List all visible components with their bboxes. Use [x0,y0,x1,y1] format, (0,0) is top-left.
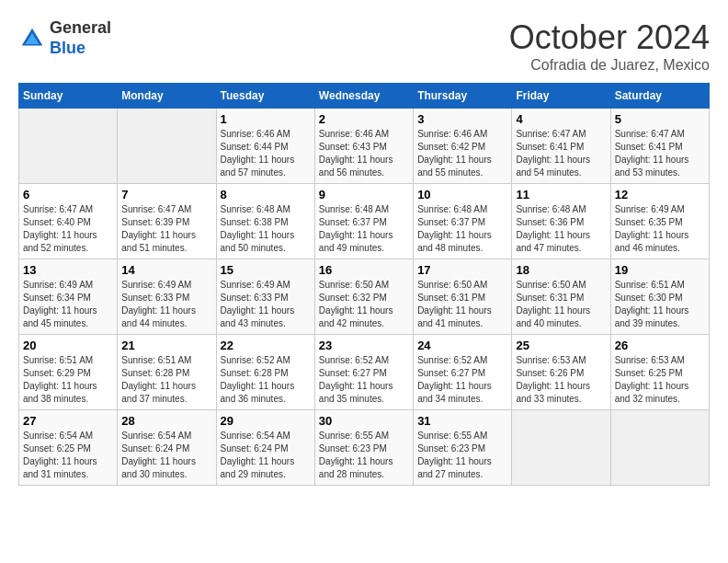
calendar-cell: 6Sunrise: 6:47 AM Sunset: 6:40 PM Daylig… [19,184,118,259]
logo-text: General Blue [50,18,111,58]
calendar-cell: 19Sunrise: 6:51 AM Sunset: 6:30 PM Dayli… [610,259,709,335]
calendar-cell: 30Sunrise: 6:55 AM Sunset: 6:23 PM Dayli… [314,410,413,486]
cell-daylight-info: Sunrise: 6:54 AM Sunset: 6:25 PM Dayligh… [23,430,113,481]
calendar-cell: 20Sunrise: 6:51 AM Sunset: 6:29 PM Dayli… [19,335,118,410]
calendar-week-1: 1Sunrise: 6:46 AM Sunset: 6:44 PM Daylig… [19,109,710,184]
weekday-header-saturday: Saturday [610,84,709,109]
day-number: 19 [615,263,705,277]
day-number: 11 [516,188,606,201]
logo: General Blue [18,18,111,58]
calendar-week-3: 13Sunrise: 6:49 AM Sunset: 6:34 PM Dayli… [19,259,710,335]
calendar-cell: 16Sunrise: 6:50 AM Sunset: 6:32 PM Dayli… [314,259,413,335]
calendar-cell: 8Sunrise: 6:48 AM Sunset: 6:38 PM Daylig… [216,184,314,259]
calendar-cell: 31Sunrise: 6:55 AM Sunset: 6:23 PM Dayli… [414,410,512,486]
cell-daylight-info: Sunrise: 6:52 AM Sunset: 6:27 PM Dayligh… [319,354,409,406]
weekday-header-friday: Friday [512,84,610,109]
day-number: 10 [417,188,507,201]
calendar-cell [610,410,709,486]
calendar-week-4: 20Sunrise: 6:51 AM Sunset: 6:29 PM Dayli… [19,335,710,410]
day-number: 5 [615,112,705,126]
weekday-header-wednesday: Wednesday [314,84,413,109]
calendar-cell: 7Sunrise: 6:47 AM Sunset: 6:39 PM Daylig… [118,184,216,259]
month-year: October 2024 [509,18,710,57]
day-number: 7 [121,188,211,201]
day-number: 2 [319,112,409,126]
day-number: 30 [319,414,409,428]
calendar-cell [512,410,610,486]
calendar-cell [118,109,216,184]
day-number: 16 [319,263,409,277]
calendar-cell: 9Sunrise: 6:48 AM Sunset: 6:37 PM Daylig… [314,184,413,259]
cell-daylight-info: Sunrise: 6:46 AM Sunset: 6:43 PM Dayligh… [319,128,409,179]
calendar-cell: 3Sunrise: 6:46 AM Sunset: 6:42 PM Daylig… [414,109,512,184]
calendar-cell: 27Sunrise: 6:54 AM Sunset: 6:25 PM Dayli… [19,410,118,486]
cell-daylight-info: Sunrise: 6:53 AM Sunset: 6:26 PM Dayligh… [516,354,606,406]
cell-daylight-info: Sunrise: 6:47 AM Sunset: 6:41 PM Dayligh… [615,128,705,179]
cell-daylight-info: Sunrise: 6:51 AM Sunset: 6:28 PM Dayligh… [121,354,211,406]
weekday-header-sunday: Sunday [19,84,118,109]
calendar-cell: 29Sunrise: 6:54 AM Sunset: 6:24 PM Dayli… [216,410,314,486]
calendar-cell: 24Sunrise: 6:52 AM Sunset: 6:27 PM Dayli… [414,335,512,410]
calendar-cell: 23Sunrise: 6:52 AM Sunset: 6:27 PM Dayli… [314,335,413,410]
calendar-cell: 11Sunrise: 6:48 AM Sunset: 6:36 PM Dayli… [512,184,610,259]
cell-daylight-info: Sunrise: 6:47 AM Sunset: 6:40 PM Dayligh… [23,203,113,255]
cell-daylight-info: Sunrise: 6:49 AM Sunset: 6:35 PM Dayligh… [615,203,705,255]
logo-general: General [50,18,111,37]
day-number: 4 [516,112,606,126]
cell-daylight-info: Sunrise: 6:49 AM Sunset: 6:33 PM Dayligh… [121,279,211,330]
day-number: 22 [221,339,311,352]
calendar-cell: 21Sunrise: 6:51 AM Sunset: 6:28 PM Dayli… [118,335,216,410]
day-number: 1 [221,112,311,126]
cell-daylight-info: Sunrise: 6:46 AM Sunset: 6:44 PM Dayligh… [221,128,311,179]
day-number: 18 [516,263,606,277]
cell-daylight-info: Sunrise: 6:55 AM Sunset: 6:23 PM Dayligh… [417,430,507,481]
calendar-cell: 12Sunrise: 6:49 AM Sunset: 6:35 PM Dayli… [610,184,709,259]
logo-icon [18,25,46,52]
calendar-cell: 18Sunrise: 6:50 AM Sunset: 6:31 PM Dayli… [512,259,610,335]
cell-daylight-info: Sunrise: 6:50 AM Sunset: 6:31 PM Dayligh… [417,279,507,330]
cell-daylight-info: Sunrise: 6:50 AM Sunset: 6:32 PM Dayligh… [319,279,409,330]
calendar-cell: 2Sunrise: 6:46 AM Sunset: 6:43 PM Daylig… [314,109,413,184]
cell-daylight-info: Sunrise: 6:52 AM Sunset: 6:28 PM Dayligh… [221,354,311,406]
day-number: 23 [319,339,409,352]
cell-daylight-info: Sunrise: 6:52 AM Sunset: 6:27 PM Dayligh… [417,354,507,406]
cell-daylight-info: Sunrise: 6:54 AM Sunset: 6:24 PM Dayligh… [121,430,211,481]
calendar-cell: 22Sunrise: 6:52 AM Sunset: 6:28 PM Dayli… [216,335,314,410]
cell-daylight-info: Sunrise: 6:49 AM Sunset: 6:34 PM Dayligh… [23,279,113,330]
day-number: 29 [221,414,311,428]
cell-daylight-info: Sunrise: 6:47 AM Sunset: 6:41 PM Dayligh… [516,128,606,179]
cell-daylight-info: Sunrise: 6:50 AM Sunset: 6:31 PM Dayligh… [516,279,606,330]
day-number: 3 [417,112,507,126]
cell-daylight-info: Sunrise: 6:49 AM Sunset: 6:33 PM Dayligh… [221,279,311,330]
cell-daylight-info: Sunrise: 6:51 AM Sunset: 6:29 PM Dayligh… [23,354,113,406]
day-number: 31 [417,414,507,428]
day-number: 15 [221,263,311,277]
location: Cofradia de Juarez, Mexico [509,57,710,74]
weekday-header-tuesday: Tuesday [216,84,314,109]
cell-daylight-info: Sunrise: 6:53 AM Sunset: 6:25 PM Dayligh… [615,354,705,406]
calendar-cell: 28Sunrise: 6:54 AM Sunset: 6:24 PM Dayli… [118,410,216,486]
cell-daylight-info: Sunrise: 6:48 AM Sunset: 6:37 PM Dayligh… [417,203,507,255]
day-number: 20 [23,339,113,352]
weekday-header-thursday: Thursday [414,84,512,109]
logo-blue: Blue [50,39,85,57]
calendar-cell: 14Sunrise: 6:49 AM Sunset: 6:33 PM Dayli… [118,259,216,335]
day-number: 17 [417,263,507,277]
calendar-cell: 13Sunrise: 6:49 AM Sunset: 6:34 PM Dayli… [19,259,118,335]
day-number: 12 [615,188,705,201]
day-number: 26 [615,339,705,352]
weekday-header-row: SundayMondayTuesdayWednesdayThursdayFrid… [19,84,710,109]
calendar-cell: 17Sunrise: 6:50 AM Sunset: 6:31 PM Dayli… [414,259,512,335]
day-number: 28 [121,414,211,428]
calendar-cell [19,109,118,184]
calendar-cell: 5Sunrise: 6:47 AM Sunset: 6:41 PM Daylig… [610,109,709,184]
day-number: 9 [319,188,409,201]
day-number: 6 [23,188,113,201]
cell-daylight-info: Sunrise: 6:46 AM Sunset: 6:42 PM Dayligh… [417,128,507,179]
calendar-week-5: 27Sunrise: 6:54 AM Sunset: 6:25 PM Dayli… [19,410,710,486]
cell-daylight-info: Sunrise: 6:55 AM Sunset: 6:23 PM Dayligh… [319,430,409,481]
cell-daylight-info: Sunrise: 6:54 AM Sunset: 6:24 PM Dayligh… [221,430,311,481]
day-number: 25 [516,339,606,352]
weekday-header-monday: Monday [118,84,216,109]
day-number: 27 [23,414,113,428]
